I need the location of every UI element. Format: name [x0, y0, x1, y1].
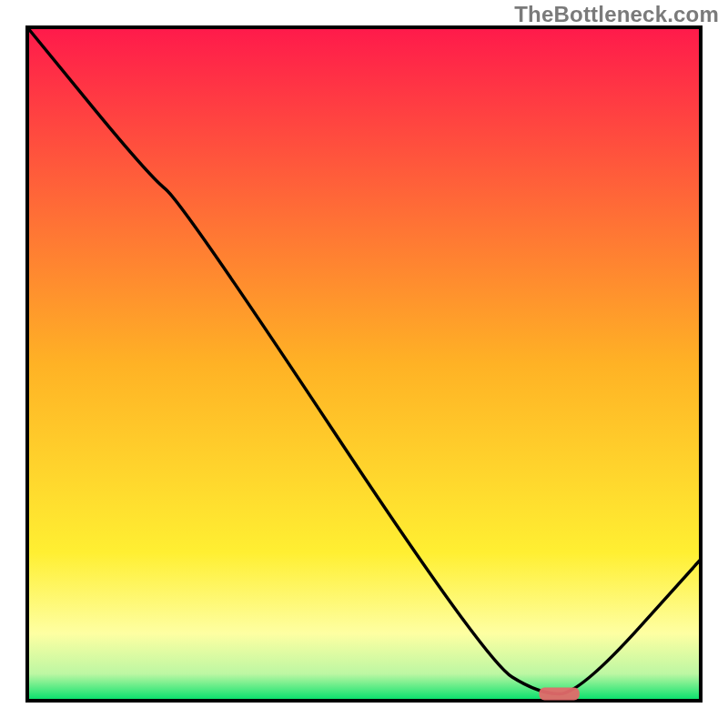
bottleneck-chart: [0, 0, 728, 728]
plot-bg: [27, 27, 701, 701]
optimum-marker: [539, 688, 579, 701]
watermark-label: TheBottleneck.com: [514, 2, 719, 27]
chart-stage: TheBottleneck.com: [0, 0, 728, 728]
